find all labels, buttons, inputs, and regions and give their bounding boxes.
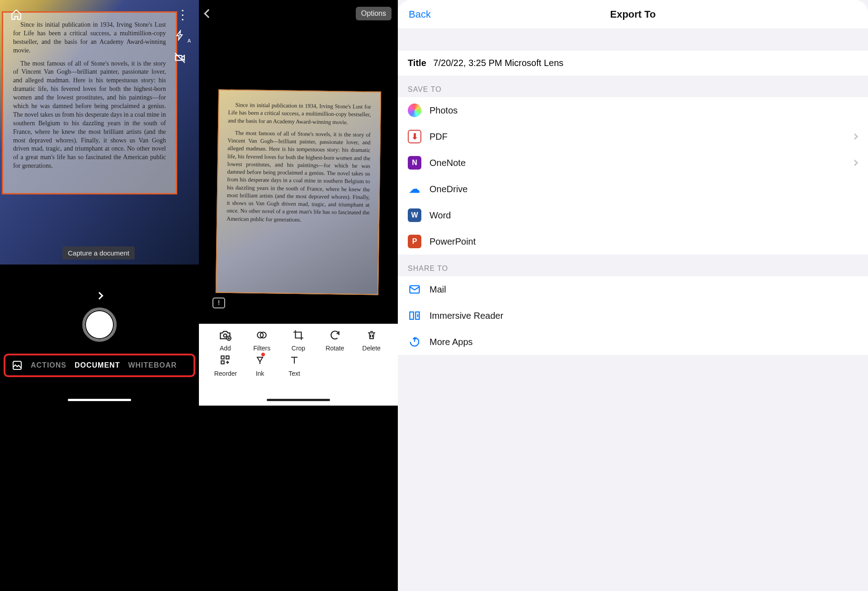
share-icon <box>408 335 421 349</box>
home-icon[interactable] <box>9 7 24 22</box>
tool-label: Rotate <box>326 345 344 352</box>
shutter-button[interactable] <box>82 307 117 342</box>
tool-ink[interactable]: Ink <box>244 354 276 377</box>
save-to-list: Photos ⬇ PDF N OneNote ☁ OneDrive W Word… <box>398 97 868 255</box>
section-save-to: SAVE TO <box>398 76 868 97</box>
tool-rotate[interactable]: Rotate <box>319 328 351 352</box>
tool-label: Reorder <box>214 370 237 377</box>
camera-capture-screen: Since its initial publication in 1934, I… <box>0 0 199 591</box>
tool-label: Delete <box>362 345 380 352</box>
back-icon[interactable] <box>204 9 213 18</box>
page-title: Export To <box>610 9 656 20</box>
row-label: PowerPoint <box>429 236 476 247</box>
options-button[interactable]: Options <box>356 7 392 20</box>
scanned-paragraph-2: The most famous of all of Stone's novels… <box>226 129 371 225</box>
row-label: OneDrive <box>429 184 467 194</box>
reorder-icon <box>219 354 232 367</box>
filters-icon <box>255 328 269 342</box>
capture-mode-bar: ACTIONS DOCUMENT WHITEBOAR <box>4 354 195 377</box>
camera-off-icon[interactable] <box>173 51 187 65</box>
document-detection-frame: Since its initial publication in 1934, I… <box>2 11 177 194</box>
edit-top-bar: Options <box>199 0 398 27</box>
svg-rect-6 <box>226 356 229 359</box>
chevron-up-icon[interactable] <box>96 292 104 300</box>
pdf-icon: ⬇ <box>408 130 421 143</box>
trash-icon <box>365 328 378 342</box>
ink-icon <box>253 354 267 367</box>
camera-plus-icon <box>218 328 232 342</box>
home-indicator <box>267 399 330 401</box>
camera-preview: Since its initial publication in 1934, I… <box>0 0 199 265</box>
row-word[interactable]: W Word <box>398 202 868 228</box>
tool-text[interactable]: Text <box>278 354 310 377</box>
rotate-icon <box>328 328 342 342</box>
svg-rect-5 <box>221 356 224 359</box>
row-powerpoint[interactable]: P PowerPoint <box>398 228 868 255</box>
capture-hint: Capture a document <box>62 246 135 260</box>
tool-delete[interactable]: Delete <box>356 328 387 352</box>
immersive-reader-icon <box>408 309 421 322</box>
export-screen: Back Export To Title 7/20/22, 3:25 PM Mi… <box>398 0 868 591</box>
row-onedrive[interactable]: ☁ OneDrive <box>398 176 868 202</box>
more-icon[interactable]: ⋮ <box>175 7 190 22</box>
share-to-list: Mail Immersive Reader More Apps <box>398 276 868 355</box>
powerpoint-icon: P <box>408 235 421 248</box>
title-value: 7/20/22, 3:25 PM Microsoft Lens <box>433 58 563 68</box>
gallery-icon[interactable] <box>12 360 23 371</box>
row-immersive-reader[interactable]: Immersive Reader <box>398 303 868 329</box>
title-label: Title <box>408 58 426 68</box>
row-photos[interactable]: Photos <box>398 97 868 123</box>
row-label: PDF <box>429 132 448 142</box>
chevron-right-icon <box>852 133 858 140</box>
scanned-paragraph-1: Since its initial publication in 1934, I… <box>13 21 166 55</box>
title-row[interactable]: Title 7/20/22, 3:25 PM Microsoft Lens <box>398 51 868 76</box>
tool-label: Ink <box>256 370 264 377</box>
section-share-to: SHARE TO <box>398 255 868 276</box>
mode-document[interactable]: DOCUMENT <box>75 361 120 369</box>
scanned-paragraph-2: The most famous of all of Stone's novels… <box>13 60 166 171</box>
edit-scan-screen: Options Since its initial publication in… <box>199 0 398 591</box>
tool-crop[interactable]: Crop <box>283 328 314 352</box>
row-onenote[interactable]: N OneNote <box>398 150 868 176</box>
chevron-right-icon <box>852 160 858 166</box>
tool-label: Crop <box>292 345 305 352</box>
mode-actions[interactable]: ACTIONS <box>31 361 66 369</box>
edit-toolbar: Add Filters Crop Rotate Delete Reor <box>199 324 398 406</box>
feedback-icon[interactable] <box>212 298 225 308</box>
tool-label: Add <box>220 345 231 352</box>
row-label: OneNote <box>429 158 466 168</box>
row-label: Immersive Reader <box>429 311 503 321</box>
tool-add[interactable]: Add <box>209 328 241 352</box>
onedrive-icon: ☁ <box>408 182 421 196</box>
tool-filters[interactable]: Filters <box>246 328 278 352</box>
mail-icon <box>408 283 421 296</box>
onenote-icon: N <box>408 156 421 170</box>
scanned-paragraph-1: Since its initial publication in 1934, I… <box>228 101 371 127</box>
tool-reorder[interactable]: Reorder <box>210 354 241 377</box>
text-icon <box>288 354 301 367</box>
scanned-page-preview[interactable]: Since its initial publication in 1934, I… <box>216 90 381 295</box>
row-pdf[interactable]: ⬇ PDF <box>398 123 868 150</box>
tool-label: Filters <box>253 345 270 352</box>
flash-icon[interactable]: A <box>173 28 187 43</box>
svg-rect-7 <box>221 361 224 364</box>
word-icon: W <box>408 208 421 222</box>
row-label: More Apps <box>429 337 473 347</box>
row-label: Photos <box>429 105 458 116</box>
tool-label: Text <box>288 370 300 377</box>
row-more-apps[interactable]: More Apps <box>398 329 868 355</box>
home-indicator <box>68 399 131 401</box>
row-label: Mail <box>429 284 446 295</box>
back-button[interactable]: Back <box>409 9 431 20</box>
mode-whiteboard[interactable]: WHITEBOAR <box>128 361 177 369</box>
svg-point-1 <box>224 334 227 337</box>
row-mail[interactable]: Mail <box>398 276 868 303</box>
photos-icon <box>408 104 421 117</box>
crop-icon <box>292 328 305 342</box>
nav-bar: Back Export To <box>398 0 868 29</box>
row-label: Word <box>429 210 451 221</box>
